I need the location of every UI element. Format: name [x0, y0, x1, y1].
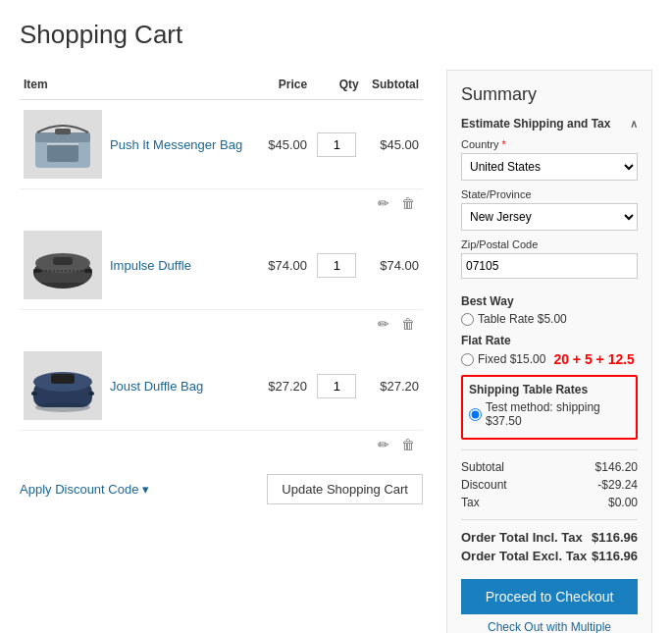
item-qty — [311, 221, 363, 310]
summary-divider-1 — [461, 449, 638, 450]
tax-row: Tax $0.00 — [461, 496, 638, 509]
col-subtotal: Subtotal — [363, 70, 423, 100]
shipping-table-rates-box: Shipping Table Rates Test method: shippi… — [461, 375, 638, 440]
col-empty — [106, 70, 260, 100]
remove-item-button[interactable]: 🗑 — [397, 314, 419, 334]
collapse-icon[interactable]: ∧ — [630, 118, 638, 131]
remove-item-button[interactable]: 🗑 — [397, 435, 419, 454]
summary-divider-2 — [461, 519, 638, 520]
svg-rect-15 — [31, 392, 37, 396]
page-title: Shopping Cart — [20, 20, 652, 50]
edit-item-button[interactable]: ✏ — [374, 435, 393, 454]
svg-rect-14 — [51, 374, 75, 384]
state-select[interactable]: New Jersey — [461, 203, 638, 231]
svg-rect-2 — [55, 129, 71, 134]
item-image — [20, 342, 106, 431]
item-actions-row: ✏ 🗑 — [20, 189, 423, 222]
subtotal-label: Subtotal — [461, 460, 504, 474]
item-actions-cell: ✏ 🗑 — [20, 189, 423, 222]
item-name-cell: Push It Messenger Bag — [106, 100, 260, 189]
item-subtotal: $74.00 — [363, 221, 423, 310]
order-total-excl-label: Order Total Excl. Tax — [461, 549, 587, 563]
item-price: $74.00 — [260, 221, 311, 310]
item-name-link[interactable]: Push It Messenger Bag — [110, 137, 242, 152]
flat-rate-option: Fixed $15.00 20 + 5 + 12.5 — [461, 351, 638, 367]
edit-item-button[interactable]: ✏ — [374, 314, 393, 334]
discount-label: Discount — [461, 478, 507, 492]
item-qty — [311, 100, 363, 189]
shipping-table-radio[interactable] — [469, 408, 482, 421]
flat-rate-radio[interactable] — [461, 353, 474, 366]
tax-label: Tax — [461, 496, 480, 509]
edit-item-button[interactable]: ✏ — [374, 193, 393, 213]
flat-rate-option-label: Fixed $15.00 — [478, 352, 545, 366]
item-image — [20, 100, 106, 189]
flat-rate-label: Flat Rate — [461, 334, 638, 347]
item-name-link[interactable]: Impulse Duffle — [110, 258, 191, 273]
col-price: Price — [260, 70, 311, 100]
state-label: State/Province — [461, 188, 638, 200]
qty-input[interactable] — [317, 253, 356, 278]
summary-title: Summary — [461, 84, 638, 105]
summary-section: Summary Estimate Shipping and Tax ∧ Coun… — [446, 70, 652, 633]
item-name-cell: Joust Duffle Bag — [106, 342, 260, 431]
svg-rect-16 — [88, 392, 94, 396]
country-required: * — [502, 138, 506, 150]
item-actions-row: ✏ 🗑 — [20, 310, 423, 343]
discount-row: Discount -$29.24 — [461, 478, 638, 492]
col-qty: Qty — [311, 70, 363, 100]
item-actions-cell: ✏ 🗑 — [20, 310, 423, 343]
cart-footer: Apply Discount Code ▾ Update Shopping Ca… — [20, 474, 423, 504]
item-subtotal: $45.00 — [363, 100, 423, 189]
table-row: Push It Messenger Bag $45.00 $45.00 — [20, 100, 423, 189]
item-name-cell: Impulse Duffle — [106, 221, 260, 310]
item-price: $27.20 — [260, 342, 311, 431]
best-way-option: Table Rate $5.00 — [461, 312, 638, 326]
best-way-label: Best Way — [461, 294, 638, 308]
apply-discount-link[interactable]: Apply Discount Code ▾ — [20, 482, 149, 497]
shipping-table-option: Test method: shipping $37.50 — [469, 400, 630, 428]
item-subtotal: $27.20 — [363, 342, 423, 431]
subtotal-row: Subtotal $146.20 — [461, 460, 638, 474]
order-total-excl-row: Order Total Excl. Tax $116.96 — [461, 549, 638, 563]
estimate-shipping-header: Estimate Shipping and Tax ∧ — [461, 117, 638, 131]
order-total-incl-row: Order Total Incl. Tax $116.96 — [461, 530, 638, 545]
proceed-checkout-button[interactable]: Proceed to Checkout — [461, 579, 638, 614]
zip-label: Zip/Postal Code — [461, 238, 638, 250]
summary-box: Summary Estimate Shipping and Tax ∧ Coun… — [446, 70, 652, 633]
tax-value: $0.00 — [608, 496, 638, 509]
multi-address-link[interactable]: Check Out with Multiple Addresses — [461, 620, 638, 633]
flat-rate-annotation: 20 + 5 + 12.5 — [553, 351, 635, 367]
remove-item-button[interactable]: 🗑 — [397, 193, 419, 213]
item-actions-row: ✏ 🗑 — [20, 431, 423, 463]
svg-rect-8 — [53, 257, 73, 265]
item-price: $45.00 — [260, 100, 311, 189]
country-label: Country * — [461, 138, 638, 150]
cart-section: Item Price Qty Subtotal Push I — [20, 70, 423, 633]
item-image — [20, 221, 106, 310]
item-actions-cell: ✏ 🗑 — [20, 431, 423, 463]
discount-link-label: Apply Discount Code — [20, 482, 138, 497]
best-way-radio[interactable] — [461, 313, 474, 326]
country-select[interactable]: United States — [461, 153, 638, 181]
table-row: Impulse Duffle $74.00 $74.00 — [20, 221, 423, 310]
col-item: Item — [20, 70, 106, 100]
cart-table: Item Price Qty Subtotal Push I — [20, 70, 423, 462]
svg-rect-3 — [47, 144, 78, 162]
chevron-down-icon: ▾ — [142, 482, 149, 497]
estimate-shipping-label: Estimate Shipping and Tax — [461, 117, 610, 131]
shipping-table-label: Shipping Table Rates — [469, 383, 630, 396]
discount-value: -$29.24 — [597, 478, 638, 492]
best-way-option-label: Table Rate $5.00 — [478, 312, 567, 326]
update-cart-button[interactable]: Update Shopping Cart — [267, 474, 423, 504]
subtotal-value: $146.20 — [595, 460, 638, 474]
item-name-link[interactable]: Joust Duffle Bag — [110, 379, 203, 394]
zip-input[interactable] — [461, 253, 638, 279]
qty-input[interactable] — [317, 132, 356, 157]
order-total-excl-value: $116.96 — [592, 549, 638, 563]
qty-input[interactable] — [317, 374, 356, 398]
shipping-table-option-label: Test method: shipping $37.50 — [486, 400, 630, 428]
svg-point-17 — [35, 402, 90, 412]
order-total-incl-value: $116.96 — [592, 530, 638, 545]
table-row: Joust Duffle Bag $27.20 $27.20 — [20, 342, 423, 431]
